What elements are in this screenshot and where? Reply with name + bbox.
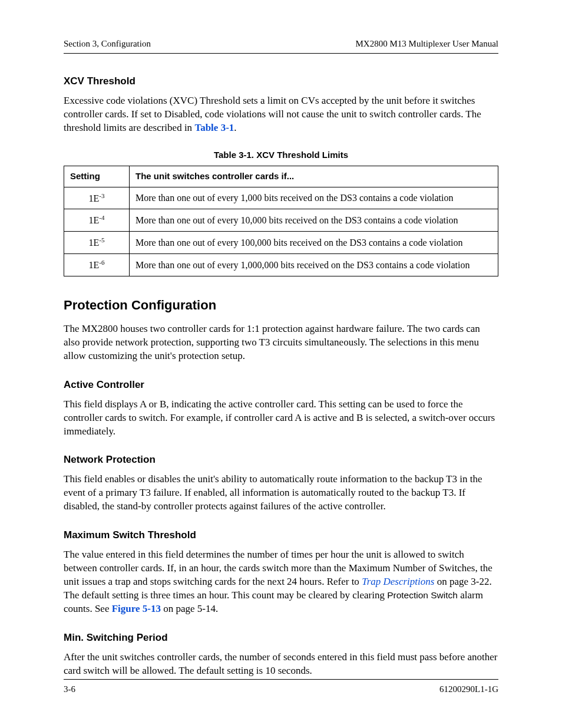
para-protection: The MX2800 houses two controller cards f…: [64, 322, 498, 363]
document-number: 61200290L1-1G: [439, 683, 498, 695]
table-row: 1E-6 More than one out of every 1,000,00…: [64, 254, 498, 276]
table-col-condition: The unit switches controller cards if...: [130, 166, 498, 187]
page-footer: 3-6 61200290L1-1G: [64, 679, 498, 695]
page-number: 3-6: [64, 683, 75, 695]
table-caption: Table 3-1. XCV Threshold Limits: [64, 149, 498, 161]
table-row: 1E-4 More than one out of every 10,000 b…: [64, 209, 498, 232]
header-rule: [64, 53, 498, 54]
link-table-3-1[interactable]: Table 3-1: [194, 122, 234, 133]
table-col-setting: Setting: [64, 166, 130, 187]
header-manual-title: MX2800 M13 Multiplexer User Manual: [356, 38, 498, 50]
heading-xcv-threshold: XCV Threshold: [64, 75, 498, 88]
para-active-controller: This field displays A or B, indicating t…: [64, 398, 498, 439]
heading-protection-configuration: Protection Configuration: [64, 297, 498, 314]
table-xcv-threshold: Setting The unit switches controller car…: [64, 166, 498, 276]
para-xcv: Excessive code violations (XVC) Threshol…: [64, 94, 498, 135]
table-row: 1E-5 More than one out of every 100,000 …: [64, 232, 498, 254]
label-protection-switch: Protection Switch: [387, 590, 458, 600]
heading-network-protection: Network Protection: [64, 453, 498, 467]
heading-min-switching-period: Min. Switching Period: [64, 631, 498, 645]
para-network-protection: This field enables or disables the unit'…: [64, 473, 498, 513]
link-trap-descriptions[interactable]: Trap Descriptions: [362, 576, 434, 587]
para-max-switch-threshold: The value entered in this field determin…: [64, 548, 498, 616]
para-min-switching-period: After the unit switches controller cards…: [64, 651, 498, 678]
footer-rule: [64, 679, 498, 680]
heading-max-switch-threshold: Maximum Switch Threshold: [64, 529, 498, 542]
table-row: 1E-3 More than one out of every 1,000 bi…: [64, 187, 498, 209]
heading-active-controller: Active Controller: [64, 378, 498, 392]
link-figure-5-13[interactable]: Figure 5-13: [112, 603, 161, 614]
header-section: Section 3, Configuration: [64, 38, 151, 50]
